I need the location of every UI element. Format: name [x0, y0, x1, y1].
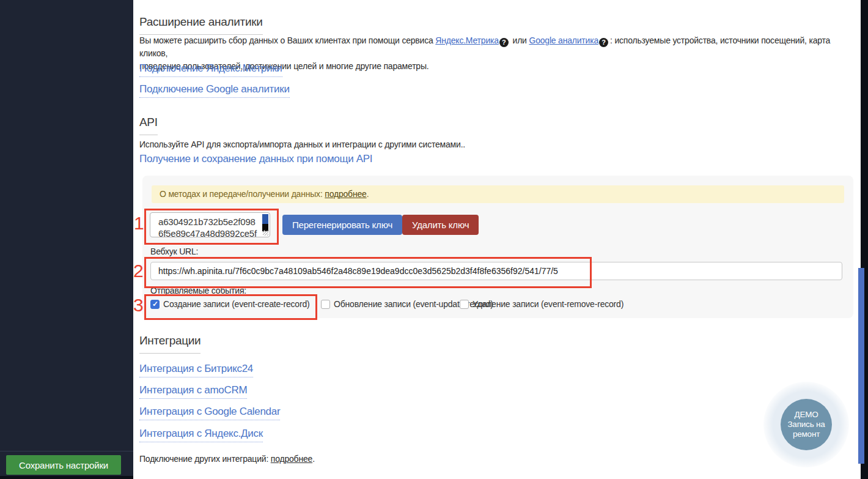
- event-checkbox-0[interactable]: [150, 300, 160, 309]
- webhook-url-input[interactable]: [150, 262, 842, 280]
- demo-line-3: ремонт: [793, 429, 820, 439]
- event-label-create: Создание записи (event-create-record): [163, 299, 309, 309]
- api-key-line-2: 6f5e89c47a48d9892ce5f: [158, 228, 259, 237]
- analytics-section-title: Расширение аналитики: [139, 15, 263, 35]
- other-integrations-suffix: .: [312, 454, 315, 464]
- integration-amocrm-link[interactable]: Интеграция с amoCRM: [139, 384, 247, 399]
- textarea-resize-grip[interactable]: [263, 230, 268, 236]
- annotation-number-1: 1: [134, 214, 144, 232]
- demo-line-2: Запись на: [787, 420, 825, 429]
- textarea-scrollbar-thumb[interactable]: [262, 214, 268, 224]
- help-icon[interactable]: ?: [499, 38, 509, 47]
- webhook-url-label: Вебхук URL:: [150, 247, 198, 256]
- save-settings-button[interactable]: Сохранить настройки: [6, 455, 121, 475]
- connect-yandex-metrika-link[interactable]: Подключение Яндекс.Метрики: [139, 62, 282, 77]
- api-notice-text: О методах и передаче/получении данных:: [160, 189, 325, 199]
- api-key-line-1: a6304921b732b5e2f098: [158, 216, 259, 228]
- sidebar: [0, 0, 133, 479]
- event-item-create[interactable]: Создание записи (event-create-record): [150, 299, 309, 309]
- other-integrations-text: Подключение других интеграций:: [139, 454, 271, 464]
- sidebar-divider: [0, 451, 133, 451]
- help-icon[interactable]: ?: [599, 38, 608, 47]
- api-notice: О методах и передаче/получении данных: п…: [152, 185, 844, 203]
- api-docs-link[interactable]: Получение и сохранение данных при помощи…: [139, 153, 372, 165]
- yandex-metrika-link[interactable]: Яндекс.Метрика: [435, 35, 499, 45]
- event-label-remove: Удаление записи (event-remove-record): [473, 299, 623, 309]
- annotation-number-3: 3: [133, 296, 144, 314]
- analytics-description-text-1: Вы можете расширить сбор данных о Ваших …: [139, 35, 435, 45]
- integration-google-calendar-link[interactable]: Интеграция с Google Calendar: [139, 406, 280, 420]
- demo-repair-booking-button[interactable]: ДЕМО Запись на ремонт: [781, 399, 832, 450]
- integration-bitrix24-link[interactable]: Интеграция с Битрикс24: [139, 363, 253, 377]
- events-label: Отправляемые события:: [150, 286, 246, 295]
- event-checkbox-2[interactable]: [460, 300, 469, 309]
- settings-page: Сохранить настройки Расширение аналитики…: [0, 0, 868, 479]
- api-key-textarea[interactable]: a6304921b732b5e2f098 6f5e89c47a48d9892ce…: [150, 212, 270, 237]
- api-notice-more-link[interactable]: подробнее: [325, 189, 366, 199]
- other-integrations-more-link[interactable]: подробнее: [271, 454, 312, 464]
- demo-line-1: ДЕМО: [794, 410, 818, 420]
- regenerate-key-button[interactable]: Перегенерировать ключ: [282, 215, 402, 235]
- event-item-remove[interactable]: Удаление записи (event-remove-record): [460, 299, 623, 309]
- integration-yandex-disk-link[interactable]: Интеграция с Яндекс.Диск: [139, 428, 263, 442]
- other-integrations-note: Подключение других интеграций: подробнее…: [139, 454, 315, 464]
- api-notice-suffix: .: [367, 189, 369, 199]
- integrations-section-title: Интеграции: [139, 334, 200, 354]
- api-section-title: API: [139, 116, 158, 135]
- google-analytics-link[interactable]: Google аналитика: [529, 35, 598, 45]
- page-scrollbar-thumb[interactable]: [858, 268, 864, 464]
- delete-key-button[interactable]: Удалить ключ: [402, 215, 479, 235]
- annotation-number-2: 2: [133, 262, 144, 280]
- api-description: Используйте API для экспорта/импорта дан…: [139, 138, 855, 151]
- event-checkbox-1[interactable]: [321, 300, 330, 309]
- connect-google-analytics-link[interactable]: Подключение Google аналитики: [139, 83, 290, 98]
- analytics-description-text-2: или: [510, 35, 529, 45]
- window-bottom-edge: [0, 476, 133, 479]
